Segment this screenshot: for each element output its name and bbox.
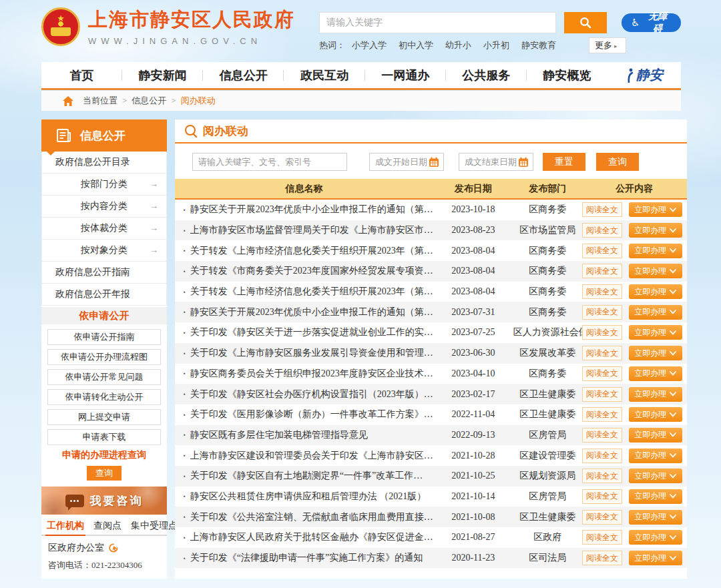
calendar-icon[interactable] xyxy=(518,157,529,168)
hot-word-link[interactable]: 静安教育 xyxy=(521,39,556,51)
handle-now-button[interactable]: 立即办理 xyxy=(629,366,682,381)
nav-item-政民互动[interactable]: 政民互动 xyxy=(284,62,365,89)
sidebar-item-政府信息公开指南[interactable]: 政府信息公开指南 xyxy=(42,262,166,284)
sidebar-item-按对象分类[interactable]: 按对象分类→ xyxy=(42,240,166,262)
date-end-input[interactable] xyxy=(465,157,518,168)
handle-now-button[interactable]: 立即办理 xyxy=(629,244,682,258)
handle-now-button[interactable]: 立即办理 xyxy=(629,346,682,360)
notice-title-link[interactable]: 关于印发《公共浴室注销、无偿献血者临床用血费用直接… xyxy=(190,511,433,523)
sidebar-item-政府信息公开年报[interactable]: 政府信息公开年报 xyxy=(42,284,166,306)
read-full-text-button[interactable]: 阅读全文 xyxy=(582,428,622,443)
home-icon[interactable] xyxy=(63,96,73,106)
breadcrumb-item[interactable]: 阅办联动 xyxy=(181,95,216,105)
read-full-text-button[interactable]: 阅读全文 xyxy=(582,510,622,525)
handle-now-button[interactable]: 立即办理 xyxy=(629,202,682,217)
sidebar-item-按体裁分类[interactable]: 按体裁分类→ xyxy=(42,218,166,240)
site-brand[interactable]: 上海市静安区人民政府 WWW.JINGAN.GOV.CN xyxy=(41,7,295,46)
keyword-input[interactable] xyxy=(192,153,347,171)
sidebar-item-按内容分类[interactable]: 按内容分类→ xyxy=(42,196,166,218)
calendar-icon[interactable] xyxy=(429,157,439,168)
handle-now-button[interactable]: 立即办理 xyxy=(629,510,682,525)
handle-now-button[interactable]: 立即办理 xyxy=(629,325,682,340)
sidebar-tab-工作机构[interactable]: 工作机构 xyxy=(45,519,85,536)
notice-title-link[interactable]: 静安区既有多层住宅加装电梯管理指导意见 xyxy=(190,429,368,441)
read-full-text-button[interactable]: 阅读全文 xyxy=(582,407,622,422)
nav-item-首页[interactable]: 首页 xyxy=(41,62,122,89)
read-full-text-button[interactable]: 阅读全文 xyxy=(582,551,622,565)
handle-now-button[interactable]: 立即办理 xyxy=(629,530,682,545)
read-full-text-button[interactable]: 阅读全文 xyxy=(582,530,622,545)
jingan-logo[interactable]: 静安 xyxy=(608,66,681,84)
handle-now-button[interactable]: 立即办理 xyxy=(629,407,682,422)
notice-title-link[interactable]: 关于转发《上海市经济信息化委关于组织开展2023年（第… xyxy=(190,245,433,257)
hot-word-link[interactable]: 幼升小 xyxy=(445,39,471,51)
progress-query-link[interactable]: 申请的办理进程查询 xyxy=(41,449,167,461)
hot-word-link[interactable]: 小升初 xyxy=(483,39,509,51)
notice-title-link[interactable]: 关于印发《“法律援助申请一件事”实施工作方案》的通知 xyxy=(190,552,423,564)
read-full-text-button[interactable]: 阅读全文 xyxy=(582,244,622,258)
sidebar-query-button[interactable]: 查询 xyxy=(87,466,122,481)
handle-now-button[interactable]: 立即办理 xyxy=(629,284,682,299)
notice-title-link[interactable]: 上海市静安区建设和管理委员会关于印发《上海市静安区… xyxy=(190,450,433,462)
handle-now-button[interactable]: 立即办理 xyxy=(629,551,682,565)
read-full-text-button[interactable]: 阅读全文 xyxy=(582,449,622,463)
notice-title-link[interactable]: 上海市静安区人民政府关于批转区金融办《静安区促进金… xyxy=(190,531,433,543)
notice-title-link[interactable]: 静安区公共租赁住房申请供应和租后管理办法 （2021版） xyxy=(190,491,427,503)
sidebar-box-依申请公开指南[interactable]: 依申请公开指南 xyxy=(47,329,161,345)
handle-now-button[interactable]: 立即办理 xyxy=(629,428,682,443)
sidebar-box-网上提交申请[interactable]: 网上提交申请 xyxy=(47,409,161,425)
query-button[interactable]: 查询 xyxy=(596,153,639,171)
handle-now-button[interactable]: 立即办理 xyxy=(629,449,682,463)
read-full-text-button[interactable]: 阅读全文 xyxy=(582,346,622,360)
notice-title-link[interactable]: 上海市静安区市场监督管理局关于印发《上海市静安区市… xyxy=(190,224,433,236)
consult-banner[interactable]: 我要咨询 xyxy=(41,487,167,515)
sidebar-tab-集中受理点[interactable]: 集中受理点 xyxy=(130,519,179,535)
notice-title-link[interactable]: 静安区关于开展2023年优质中小企业申报工作的通知（第… xyxy=(190,306,433,318)
notice-title-link[interactable]: 关于转发《市商务委关于2023年度国家外经贸发展专项资… xyxy=(190,265,433,277)
sidebar-item-政府信息公开目录[interactable]: 政府信息公开目录 xyxy=(42,152,166,174)
search-input[interactable] xyxy=(319,12,556,33)
read-full-text-button[interactable]: 阅读全文 xyxy=(582,366,622,381)
notice-title-link[interactable]: 关于转发《上海市经济信息化委关于组织开展2023年（第… xyxy=(190,286,433,298)
notice-title-link[interactable]: 关于印发《医用影像诊断（新办）一件事改革工作方案》… xyxy=(190,408,433,420)
notice-title-link[interactable]: 关于印发《上海市静安区服务业发展引导资金使用和管理… xyxy=(190,347,433,359)
date-start-input[interactable] xyxy=(375,157,429,168)
sidebar-tab-查阅点[interactable]: 查阅点 xyxy=(92,519,123,535)
notice-title-link[interactable]: 关于印发《静安区自有土地勘测定界“一件事”改革工作… xyxy=(190,470,423,482)
more-button[interactable]: 更多 xyxy=(589,37,626,53)
read-full-text-button[interactable]: 阅读全文 xyxy=(582,264,622,278)
notice-title-link[interactable]: 关于印发《静安区关于进一步落实促进就业创业工作的实… xyxy=(190,326,433,338)
notice-title-link[interactable]: 静安区关于开展2023年优质中小企业申报工作的通知（第… xyxy=(190,204,433,216)
office-link[interactable]: 区政府办公室 xyxy=(41,536,167,554)
handle-now-button[interactable]: 立即办理 xyxy=(629,387,682,402)
notice-title-link[interactable]: 关于印发《静安区社会办医疗机构设置指引（2023年版）… xyxy=(190,388,433,400)
hot-word-link[interactable]: 初中入学 xyxy=(399,39,433,51)
sidebar-box-依申请转化主动公开[interactable]: 依申请转化主动公开 xyxy=(47,389,161,405)
search-button[interactable] xyxy=(564,12,607,33)
sidebar-item-按部门分类[interactable]: 按部门分类→ xyxy=(42,174,166,196)
reset-button[interactable]: 重置 xyxy=(543,153,585,171)
handle-now-button[interactable]: 立即办理 xyxy=(629,305,682,320)
read-full-text-button[interactable]: 阅读全文 xyxy=(582,305,622,320)
handle-now-button[interactable]: 立即办理 xyxy=(629,223,682,238)
notice-title-link[interactable]: 静安区商务委员会关于组织申报2023年度静安区企业技术… xyxy=(190,368,433,380)
nav-item-静安新闻[interactable]: 静安新闻 xyxy=(122,62,203,89)
read-full-text-button[interactable]: 阅读全文 xyxy=(582,202,622,217)
nav-item-信息公开[interactable]: 信息公开 xyxy=(203,62,284,89)
handle-now-button[interactable]: 立即办理 xyxy=(629,469,682,483)
sidebar-box-依申请公开办理流程图[interactable]: 依申请公开办理流程图 xyxy=(47,349,161,365)
date-start-field[interactable] xyxy=(369,153,444,171)
breadcrumb-item[interactable]: 信息公开 xyxy=(132,95,166,105)
nav-item-公共服务[interactable]: 公共服务 xyxy=(446,62,527,89)
nav-item-静安概览[interactable]: 静安概览 xyxy=(527,62,608,89)
handle-now-button[interactable]: 立即办理 xyxy=(629,264,682,278)
sidebar-box-申请表下载[interactable]: 申请表下载 xyxy=(47,429,161,445)
sidebar-box-依申请公开常见问题[interactable]: 依申请公开常见问题 xyxy=(47,369,161,385)
hot-word-link[interactable]: 小学入学 xyxy=(352,39,387,51)
accessibility-button[interactable]: ♿ 无障碍 xyxy=(622,13,681,32)
read-full-text-button[interactable]: 阅读全文 xyxy=(582,325,622,340)
read-full-text-button[interactable]: 阅读全文 xyxy=(582,223,622,238)
read-full-text-button[interactable]: 阅读全文 xyxy=(582,469,622,483)
nav-item-一网通办[interactable]: 一网通办 xyxy=(365,62,446,89)
read-full-text-button[interactable]: 阅读全文 xyxy=(582,284,622,299)
